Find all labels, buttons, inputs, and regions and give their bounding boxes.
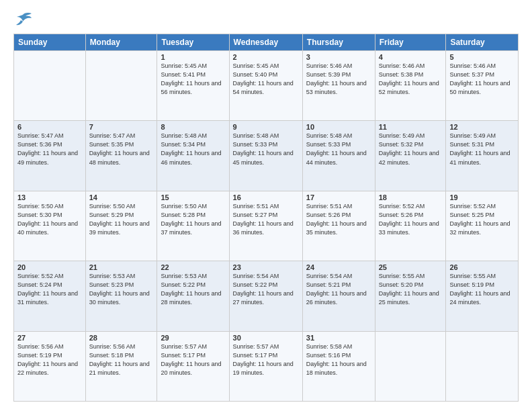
day-cell: 8Sunrise: 5:48 AM Sunset: 5:34 PM Daylig… [157,121,229,191]
day-cell: 28Sunrise: 5:56 AM Sunset: 5:18 PM Dayli… [85,331,157,401]
day-number: 9 [233,123,299,131]
day-cell: 29Sunrise: 5:57 AM Sunset: 5:17 PM Dayli… [157,331,229,401]
day-number: 25 [379,263,443,271]
day-number: 14 [89,193,154,201]
col-header-thursday: Thursday [302,34,375,51]
day-info: Sunrise: 5:56 AM Sunset: 5:18 PM Dayligh… [89,342,154,377]
day-info: Sunrise: 5:46 AM Sunset: 5:39 PM Dayligh… [306,62,371,97]
day-info: Sunrise: 5:53 AM Sunset: 5:23 PM Dayligh… [89,272,154,307]
day-number: 2 [233,53,299,61]
day-number: 11 [379,123,443,131]
day-number: 21 [89,263,154,271]
day-cell: 16Sunrise: 5:51 AM Sunset: 5:27 PM Dayli… [229,191,302,261]
header [13,12,519,27]
day-number: 30 [233,334,299,342]
day-cell [375,331,446,401]
page: SundayMondayTuesdayWednesdayThursdayFrid… [0,0,532,411]
day-number: 10 [306,123,371,131]
day-info: Sunrise: 5:56 AM Sunset: 5:19 PM Dayligh… [17,342,82,377]
week-row-4: 20Sunrise: 5:52 AM Sunset: 5:24 PM Dayli… [14,261,519,331]
day-cell: 2Sunrise: 5:45 AM Sunset: 5:40 PM Daylig… [229,51,302,121]
day-info: Sunrise: 5:50 AM Sunset: 5:29 PM Dayligh… [89,202,154,237]
day-cell: 20Sunrise: 5:52 AM Sunset: 5:24 PM Dayli… [14,261,86,331]
day-cell: 17Sunrise: 5:51 AM Sunset: 5:26 PM Dayli… [302,191,375,261]
week-row-5: 27Sunrise: 5:56 AM Sunset: 5:19 PM Dayli… [14,331,519,401]
week-row-2: 6Sunrise: 5:47 AM Sunset: 5:36 PM Daylig… [14,121,519,191]
day-info: Sunrise: 5:50 AM Sunset: 5:28 PM Dayligh… [161,202,225,237]
day-number: 1 [161,53,225,61]
day-info: Sunrise: 5:48 AM Sunset: 5:33 PM Dayligh… [233,132,299,167]
day-info: Sunrise: 5:50 AM Sunset: 5:30 PM Dayligh… [17,202,82,237]
day-number: 23 [233,263,299,271]
logo [13,12,35,27]
day-number: 15 [161,193,225,201]
day-number: 4 [379,53,443,61]
day-cell [85,51,157,121]
day-info: Sunrise: 5:48 AM Sunset: 5:33 PM Dayligh… [306,132,371,167]
day-cell: 3Sunrise: 5:46 AM Sunset: 5:39 PM Daylig… [302,51,375,121]
week-row-3: 13Sunrise: 5:50 AM Sunset: 5:30 PM Dayli… [14,191,519,261]
day-number: 8 [161,123,225,131]
day-number: 29 [161,334,225,342]
day-cell: 13Sunrise: 5:50 AM Sunset: 5:30 PM Dayli… [14,191,86,261]
day-number: 26 [449,263,515,271]
day-info: Sunrise: 5:47 AM Sunset: 5:36 PM Dayligh… [17,132,82,167]
day-cell: 10Sunrise: 5:48 AM Sunset: 5:33 PM Dayli… [302,121,375,191]
col-header-sunday: Sunday [14,34,86,51]
day-info: Sunrise: 5:53 AM Sunset: 5:22 PM Dayligh… [161,272,225,307]
day-number: 17 [306,193,371,201]
day-info: Sunrise: 5:47 AM Sunset: 5:35 PM Dayligh… [89,132,154,167]
day-cell: 7Sunrise: 5:47 AM Sunset: 5:35 PM Daylig… [85,121,157,191]
day-info: Sunrise: 5:57 AM Sunset: 5:17 PM Dayligh… [233,342,299,377]
day-number: 20 [17,263,82,271]
day-cell: 27Sunrise: 5:56 AM Sunset: 5:19 PM Dayli… [14,331,86,401]
day-cell [14,51,86,121]
day-info: Sunrise: 5:55 AM Sunset: 5:19 PM Dayligh… [449,272,515,307]
day-number: 5 [449,53,515,61]
day-cell: 5Sunrise: 5:46 AM Sunset: 5:37 PM Daylig… [446,51,519,121]
day-number: 13 [17,193,82,201]
day-info: Sunrise: 5:49 AM Sunset: 5:32 PM Dayligh… [379,132,443,167]
col-header-friday: Friday [375,34,446,51]
day-info: Sunrise: 5:51 AM Sunset: 5:26 PM Dayligh… [306,202,371,237]
day-info: Sunrise: 5:46 AM Sunset: 5:38 PM Dayligh… [379,62,443,97]
day-info: Sunrise: 5:55 AM Sunset: 5:20 PM Dayligh… [379,272,443,307]
day-number: 7 [89,123,154,131]
day-info: Sunrise: 5:46 AM Sunset: 5:37 PM Dayligh… [449,62,515,97]
day-info: Sunrise: 5:52 AM Sunset: 5:25 PM Dayligh… [449,202,515,237]
col-header-tuesday: Tuesday [157,34,229,51]
day-number: 18 [379,193,443,201]
day-info: Sunrise: 5:45 AM Sunset: 5:40 PM Dayligh… [233,62,299,97]
day-number: 12 [449,123,515,131]
day-number: 27 [17,334,82,342]
day-cell: 18Sunrise: 5:52 AM Sunset: 5:26 PM Dayli… [375,191,446,261]
day-info: Sunrise: 5:52 AM Sunset: 5:26 PM Dayligh… [379,202,443,237]
day-info: Sunrise: 5:45 AM Sunset: 5:41 PM Dayligh… [161,62,225,97]
day-info: Sunrise: 5:57 AM Sunset: 5:17 PM Dayligh… [161,342,225,377]
col-header-saturday: Saturday [446,34,519,51]
day-info: Sunrise: 5:49 AM Sunset: 5:31 PM Dayligh… [449,132,515,167]
week-row-1: 1Sunrise: 5:45 AM Sunset: 5:41 PM Daylig… [14,51,519,121]
day-cell: 19Sunrise: 5:52 AM Sunset: 5:25 PM Dayli… [446,191,519,261]
day-cell: 12Sunrise: 5:49 AM Sunset: 5:31 PM Dayli… [446,121,519,191]
day-info: Sunrise: 5:48 AM Sunset: 5:34 PM Dayligh… [161,132,225,167]
day-number: 19 [449,193,515,201]
logo-icon [13,12,32,27]
day-info: Sunrise: 5:58 AM Sunset: 5:16 PM Dayligh… [306,342,371,377]
day-cell: 24Sunrise: 5:54 AM Sunset: 5:21 PM Dayli… [302,261,375,331]
day-info: Sunrise: 5:54 AM Sunset: 5:21 PM Dayligh… [306,272,371,307]
day-cell: 25Sunrise: 5:55 AM Sunset: 5:20 PM Dayli… [375,261,446,331]
day-cell: 9Sunrise: 5:48 AM Sunset: 5:33 PM Daylig… [229,121,302,191]
day-number: 22 [161,263,225,271]
header-row: SundayMondayTuesdayWednesdayThursdayFrid… [14,34,519,51]
day-cell: 6Sunrise: 5:47 AM Sunset: 5:36 PM Daylig… [14,121,86,191]
calendar-table: SundayMondayTuesdayWednesdayThursdayFrid… [13,34,519,402]
day-cell: 26Sunrise: 5:55 AM Sunset: 5:19 PM Dayli… [446,261,519,331]
day-cell: 11Sunrise: 5:49 AM Sunset: 5:32 PM Dayli… [375,121,446,191]
day-cell: 15Sunrise: 5:50 AM Sunset: 5:28 PM Dayli… [157,191,229,261]
day-number: 3 [306,53,371,61]
col-header-monday: Monday [85,34,157,51]
day-cell: 30Sunrise: 5:57 AM Sunset: 5:17 PM Dayli… [229,331,302,401]
day-cell: 4Sunrise: 5:46 AM Sunset: 5:38 PM Daylig… [375,51,446,121]
day-info: Sunrise: 5:52 AM Sunset: 5:24 PM Dayligh… [17,272,82,307]
